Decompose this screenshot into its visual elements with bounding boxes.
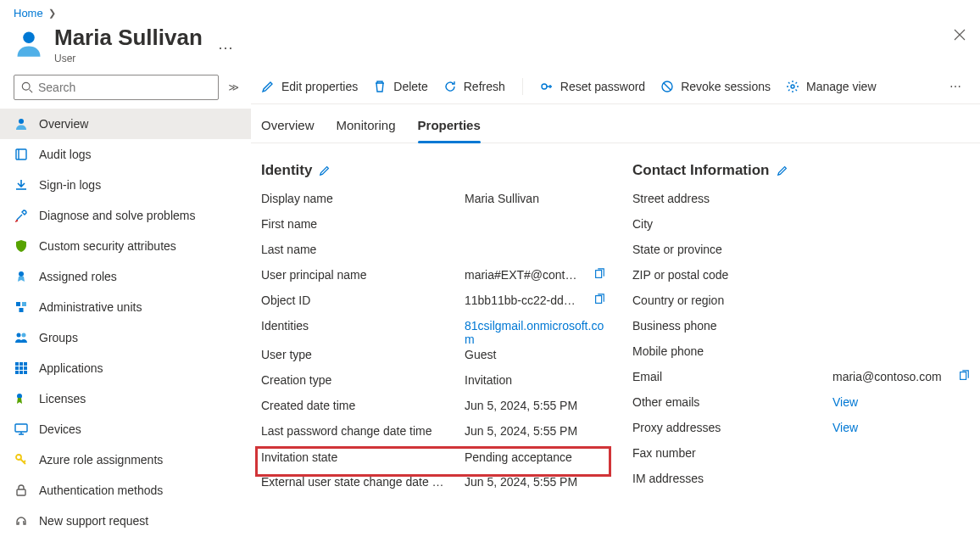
field-value: Invitation <box>465 373 605 387</box>
gear-icon <box>786 80 799 93</box>
svg-rect-15 <box>24 366 27 370</box>
svg-rect-17 <box>19 371 23 374</box>
field-label: Mobile phone <box>632 344 826 358</box>
tab-properties[interactable]: Properties <box>418 116 481 143</box>
svg-rect-6 <box>22 302 26 306</box>
breadcrumb-home[interactable]: Home <box>14 7 43 20</box>
sidebar-item-audit-logs[interactable]: Audit logs <box>0 139 251 170</box>
field-label: First name <box>261 217 458 231</box>
sidebar-item-label: Overview <box>39 117 88 131</box>
sidebar-item-label: Audit logs <box>39 148 91 161</box>
sidebar-item-assigned-roles[interactable]: Assigned roles <box>0 261 251 292</box>
svg-point-8 <box>17 333 21 338</box>
button-label: Manage view <box>806 80 877 93</box>
sidebar-item-label: Authentication methods <box>39 484 163 497</box>
identity-section: Identity Display nameMaria Sullivan Firs… <box>261 162 605 500</box>
key-icon <box>540 80 554 93</box>
sidebar-item-label: Licenses <box>39 392 86 405</box>
trash-icon <box>373 80 387 93</box>
sidebar-item-groups[interactable]: Groups <box>0 322 251 353</box>
field-label: IM addresses <box>632 472 826 485</box>
more-commands-icon[interactable]: ⋯ <box>949 80 963 93</box>
main-content: Edit properties Delete Refresh Reset pas… <box>251 70 980 559</box>
view-link[interactable]: View <box>832 395 970 409</box>
field-value: maria@contoso.com <box>832 370 951 383</box>
button-label: Delete <box>393 80 427 93</box>
reset-password-button[interactable]: Reset password <box>540 80 645 93</box>
search-icon <box>21 81 33 93</box>
svg-rect-11 <box>19 362 23 366</box>
sidebar-item-admin-units[interactable]: Administrative units <box>0 292 251 322</box>
edit-contact-icon[interactable] <box>777 165 788 176</box>
svg-point-9 <box>22 333 26 338</box>
field-value-link[interactable]: 81csilgmail.onmicrosoft.com <box>465 319 605 346</box>
sidebar-item-auth-methods[interactable]: Authentication methods <box>0 475 251 506</box>
field-label: State or province <box>632 243 826 256</box>
sidebar-item-label: New support request <box>39 514 148 528</box>
sidebar-item-applications[interactable]: Applications <box>0 353 251 383</box>
sidebar-item-label: Devices <box>39 422 81 436</box>
tab-overview[interactable]: Overview <box>261 116 315 143</box>
button-label: Revoke sessions <box>681 80 771 93</box>
section-title: Identity <box>261 162 312 179</box>
button-label: Edit properties <box>281 80 358 93</box>
copy-icon[interactable] <box>593 268 605 280</box>
user-icon <box>14 28 44 59</box>
sidebar-item-overview[interactable]: Overview <box>0 109 251 139</box>
svg-point-1 <box>22 83 30 91</box>
field-label: User type <box>261 348 458 361</box>
collapse-sidebar-icon[interactable]: ≪ <box>226 81 239 93</box>
search-input[interactable] <box>38 81 211 94</box>
lock-icon <box>14 484 29 497</box>
sidebar-item-support[interactable]: New support request <box>0 506 251 536</box>
field-label: Last password change date time <box>261 424 458 438</box>
field-label: Email <box>632 370 826 383</box>
edit-properties-button[interactable]: Edit properties <box>261 80 358 93</box>
field-label: Street address <box>632 192 826 205</box>
sidebar-item-devices[interactable]: Devices <box>0 414 251 444</box>
button-label: Reset password <box>560 80 645 93</box>
book-icon <box>14 148 29 161</box>
field-value: Jun 5, 2024, 5:55 PM <box>465 424 605 438</box>
more-icon[interactable]: ⋯ <box>218 38 233 57</box>
field-label: Created date time <box>261 399 458 412</box>
sidebar-item-diagnose[interactable]: Diagnose and solve problems <box>0 200 251 231</box>
tab-monitoring[interactable]: Monitoring <box>337 116 396 143</box>
field-label: Country or region <box>632 293 826 307</box>
copy-icon[interactable] <box>593 293 605 305</box>
svg-point-25 <box>791 85 794 88</box>
field-value: Jun 5, 2024, 5:55 PM <box>465 475 605 489</box>
sidebar-item-azure-roles[interactable]: Azure role assignments <box>0 444 251 475</box>
command-bar: Edit properties Delete Refresh Reset pas… <box>251 70 980 104</box>
close-icon[interactable] <box>953 28 966 42</box>
manage-view-button[interactable]: Manage view <box>786 80 877 93</box>
sidebar-item-label: Applications <box>39 361 103 375</box>
signin-icon <box>14 178 29 192</box>
svg-rect-22 <box>17 489 25 495</box>
breadcrumb: Home ❯ <box>0 0 980 25</box>
view-link[interactable]: View <box>832 421 970 434</box>
sidebar-item-label: Diagnose and solve problems <box>39 209 195 222</box>
refresh-icon <box>443 80 457 93</box>
field-label: User principal name <box>261 268 458 282</box>
sidebar-item-custom-security[interactable]: Custom security attributes <box>0 231 251 261</box>
svg-point-4 <box>19 271 24 277</box>
copy-icon[interactable] <box>958 370 970 382</box>
sidebar-item-sign-in-logs[interactable]: Sign-in logs <box>0 170 251 200</box>
org-icon <box>14 300 29 314</box>
sidebar-item-label: Custom security attributes <box>39 239 176 253</box>
sidebar-item-licenses[interactable]: Licenses <box>0 383 251 414</box>
refresh-button[interactable]: Refresh <box>443 80 505 93</box>
field-label: Display name <box>261 192 458 205</box>
edit-identity-icon[interactable] <box>319 165 331 176</box>
headset-icon <box>14 514 29 528</box>
separator <box>522 78 523 95</box>
field-label: Creation type <box>261 373 458 387</box>
field-value: Jun 5, 2024, 5:55 PM <box>465 399 605 412</box>
page-title: Maria Sullivan <box>54 25 203 51</box>
svg-rect-26 <box>596 271 602 278</box>
revoke-sessions-button[interactable]: Revoke sessions <box>660 80 771 93</box>
search-input-wrapper[interactable] <box>14 75 219 100</box>
delete-button[interactable]: Delete <box>373 80 427 93</box>
page-header: Maria Sullivan User ⋯ <box>0 25 980 70</box>
